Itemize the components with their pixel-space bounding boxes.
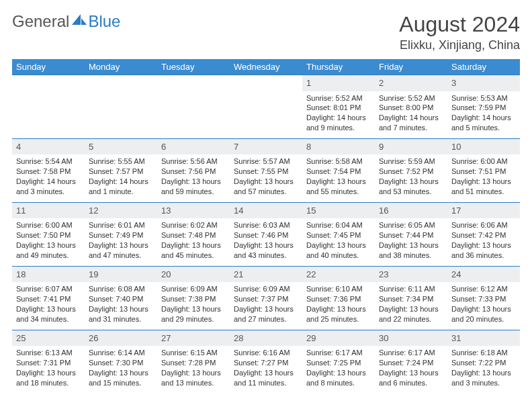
day-number-row: 25262728293031 <box>12 330 520 346</box>
day-detail-cell: Sunrise: 6:13 AM Sunset: 7:31 PM Dayligh… <box>12 346 85 393</box>
day-number-cell: 23 <box>375 266 447 282</box>
day-number-cell <box>230 75 302 91</box>
day-number-cell: 5 <box>85 138 157 154</box>
day-detail-cell: Sunrise: 6:01 AM Sunset: 7:49 PM Dayligh… <box>85 218 157 266</box>
day-detail-cell: Sunrise: 5:57 AM Sunset: 7:55 PM Dayligh… <box>230 154 302 202</box>
day-number-row: 123 <box>12 75 520 91</box>
day-number-cell: 25 <box>12 330 85 346</box>
day-number-cell: 12 <box>85 202 157 218</box>
day-detail-cell: Sunrise: 6:16 AM Sunset: 7:27 PM Dayligh… <box>230 346 302 393</box>
month-year: August 2024 <box>399 12 520 37</box>
day-detail-cell: Sunrise: 6:04 AM Sunset: 7:45 PM Dayligh… <box>302 218 375 266</box>
day-number-cell: 14 <box>230 202 302 218</box>
weekday-header: Friday <box>375 59 447 75</box>
day-detail-cell: Sunrise: 6:17 AM Sunset: 7:24 PM Dayligh… <box>375 346 447 393</box>
day-number-cell: 7 <box>230 138 302 154</box>
day-detail-cell: Sunrise: 6:15 AM Sunset: 7:28 PM Dayligh… <box>157 346 230 393</box>
weekday-header: Sunday <box>12 59 85 75</box>
calendar-table: Sunday Monday Tuesday Wednesday Thursday… <box>12 59 520 394</box>
day-number-cell: 26 <box>85 330 157 346</box>
weekday-header-row: Sunday Monday Tuesday Wednesday Thursday… <box>12 59 520 75</box>
day-number-row: 45678910 <box>12 138 520 154</box>
logo-sail-icon <box>72 13 87 29</box>
day-detail-cell: Sunrise: 5:52 AM Sunset: 8:01 PM Dayligh… <box>302 91 375 139</box>
weekday-header: Monday <box>85 59 157 75</box>
day-detail-cell: Sunrise: 5:58 AM Sunset: 7:54 PM Dayligh… <box>302 154 375 202</box>
day-number-cell: 30 <box>375 330 447 346</box>
day-detail-cell <box>12 91 85 139</box>
day-detail-cell: Sunrise: 6:17 AM Sunset: 7:25 PM Dayligh… <box>302 346 375 393</box>
day-detail-cell: Sunrise: 6:11 AM Sunset: 7:34 PM Dayligh… <box>375 282 447 330</box>
day-detail-cell <box>85 91 157 139</box>
day-detail-cell: Sunrise: 5:56 AM Sunset: 7:56 PM Dayligh… <box>157 154 230 202</box>
day-number-cell: 8 <box>302 138 375 154</box>
header: General Blue August 2024 Elixku, Xinjian… <box>12 12 520 52</box>
day-number-cell: 31 <box>447 330 520 346</box>
day-number-cell: 21 <box>230 266 302 282</box>
day-detail-cell: Sunrise: 6:08 AM Sunset: 7:40 PM Dayligh… <box>85 282 157 330</box>
day-detail-cell: Sunrise: 6:05 AM Sunset: 7:44 PM Dayligh… <box>375 218 447 266</box>
weekday-header: Wednesday <box>230 59 302 75</box>
day-detail-row: Sunrise: 6:07 AM Sunset: 7:41 PM Dayligh… <box>12 282 520 330</box>
day-number-cell: 27 <box>157 330 230 346</box>
logo-text-general: General <box>12 12 69 31</box>
title-block: August 2024 Elixku, Xinjiang, China <box>399 12 520 52</box>
day-detail-cell <box>157 91 230 139</box>
day-detail-cell: Sunrise: 6:03 AM Sunset: 7:46 PM Dayligh… <box>230 218 302 266</box>
day-number-cell: 29 <box>302 330 375 346</box>
day-detail-row: Sunrise: 6:00 AM Sunset: 7:50 PM Dayligh… <box>12 218 520 266</box>
day-detail-cell: Sunrise: 5:53 AM Sunset: 7:59 PM Dayligh… <box>447 91 520 139</box>
day-detail-cell: Sunrise: 6:12 AM Sunset: 7:33 PM Dayligh… <box>447 282 520 330</box>
day-number-cell: 9 <box>375 138 447 154</box>
day-number-cell: 10 <box>447 138 520 154</box>
day-number-cell: 22 <box>302 266 375 282</box>
day-number-cell: 28 <box>230 330 302 346</box>
day-detail-cell: Sunrise: 5:59 AM Sunset: 7:52 PM Dayligh… <box>375 154 447 202</box>
day-number-cell: 13 <box>157 202 230 218</box>
day-number-cell: 15 <box>302 202 375 218</box>
day-detail-cell: Sunrise: 6:09 AM Sunset: 7:38 PM Dayligh… <box>157 282 230 330</box>
day-detail-cell <box>230 91 302 139</box>
day-number-cell: 4 <box>12 138 85 154</box>
day-number-row: 18192021222324 <box>12 266 520 282</box>
day-detail-cell: Sunrise: 5:55 AM Sunset: 7:57 PM Dayligh… <box>85 154 157 202</box>
day-detail-row: Sunrise: 6:13 AM Sunset: 7:31 PM Dayligh… <box>12 346 520 393</box>
day-detail-cell: Sunrise: 6:00 AM Sunset: 7:50 PM Dayligh… <box>12 218 85 266</box>
day-number-cell: 1 <box>302 75 375 91</box>
day-number-cell: 6 <box>157 138 230 154</box>
day-detail-cell: Sunrise: 6:10 AM Sunset: 7:36 PM Dayligh… <box>302 282 375 330</box>
weekday-header: Thursday <box>302 59 375 75</box>
day-detail-cell: Sunrise: 5:52 AM Sunset: 8:00 PM Dayligh… <box>375 91 447 139</box>
day-number-cell <box>85 75 157 91</box>
day-number-cell: 2 <box>375 75 447 91</box>
day-number-cell: 3 <box>447 75 520 91</box>
day-detail-cell: Sunrise: 6:07 AM Sunset: 7:41 PM Dayligh… <box>12 282 85 330</box>
svg-marker-1 <box>81 18 87 25</box>
day-number-cell: 20 <box>157 266 230 282</box>
day-detail-cell: Sunrise: 6:06 AM Sunset: 7:42 PM Dayligh… <box>447 218 520 266</box>
day-number-cell: 24 <box>447 266 520 282</box>
day-number-cell: 18 <box>12 266 85 282</box>
day-detail-cell: Sunrise: 6:18 AM Sunset: 7:22 PM Dayligh… <box>447 346 520 393</box>
day-detail-cell: Sunrise: 5:54 AM Sunset: 7:58 PM Dayligh… <box>12 154 85 202</box>
day-number-cell: 19 <box>85 266 157 282</box>
day-number-cell: 17 <box>447 202 520 218</box>
day-number-cell: 16 <box>375 202 447 218</box>
weekday-header: Saturday <box>447 59 520 75</box>
weekday-header: Tuesday <box>157 59 230 75</box>
logo: General Blue <box>12 12 120 31</box>
day-detail-cell: Sunrise: 6:02 AM Sunset: 7:48 PM Dayligh… <box>157 218 230 266</box>
day-number-row: 11121314151617 <box>12 202 520 218</box>
day-detail-cell: Sunrise: 6:09 AM Sunset: 7:37 PM Dayligh… <box>230 282 302 330</box>
day-detail-cell: Sunrise: 6:14 AM Sunset: 7:30 PM Dayligh… <box>85 346 157 393</box>
location: Elixku, Xinjiang, China <box>399 38 520 52</box>
svg-marker-0 <box>72 14 81 25</box>
day-number-cell: 11 <box>12 202 85 218</box>
day-number-cell <box>12 75 85 91</box>
day-detail-row: Sunrise: 5:52 AM Sunset: 8:01 PM Dayligh… <box>12 91 520 139</box>
logo-text-blue: Blue <box>88 12 120 31</box>
day-detail-row: Sunrise: 5:54 AM Sunset: 7:58 PM Dayligh… <box>12 154 520 202</box>
day-number-cell <box>157 75 230 91</box>
day-detail-cell: Sunrise: 6:00 AM Sunset: 7:51 PM Dayligh… <box>447 154 520 202</box>
